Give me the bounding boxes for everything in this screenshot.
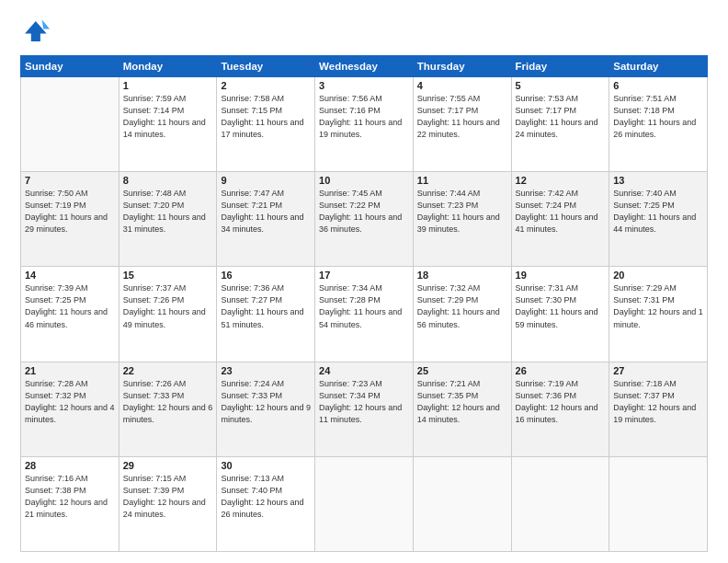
calendar-week-row: 1Sunrise: 7:59 AMSunset: 7:14 PMDaylight… — [21, 77, 708, 172]
calendar-cell: 20Sunrise: 7:29 AMSunset: 7:31 PMDayligh… — [609, 267, 708, 362]
day-number: 14 — [25, 270, 115, 281]
day-number: 29 — [123, 460, 213, 471]
calendar-cell: 13Sunrise: 7:40 AMSunset: 7:25 PMDayligh… — [609, 172, 708, 267]
day-number: 21 — [25, 365, 115, 376]
calendar-cell: 28Sunrise: 7:16 AMSunset: 7:38 PMDayligh… — [21, 456, 119, 551]
calendar-cell: 10Sunrise: 7:45 AMSunset: 7:22 PMDayligh… — [315, 172, 414, 267]
day-number: 17 — [319, 270, 409, 281]
calendar-cell: 27Sunrise: 7:18 AMSunset: 7:37 PMDayligh… — [609, 362, 708, 456]
col-header-tuesday: Tuesday — [217, 56, 315, 77]
calendar-cell: 4Sunrise: 7:55 AMSunset: 7:17 PMDaylight… — [413, 77, 511, 172]
day-info: Sunrise: 7:47 AMSunset: 7:21 PMDaylight:… — [221, 188, 311, 236]
day-number: 11 — [417, 175, 507, 186]
calendar-cell: 12Sunrise: 7:42 AMSunset: 7:24 PMDayligh… — [511, 172, 609, 267]
calendar-week-row: 7Sunrise: 7:50 AMSunset: 7:19 PMDaylight… — [21, 172, 708, 267]
day-info: Sunrise: 7:23 AMSunset: 7:34 PMDaylight:… — [319, 378, 409, 426]
calendar-cell: 5Sunrise: 7:53 AMSunset: 7:17 PMDaylight… — [511, 77, 609, 172]
calendar-cell: 9Sunrise: 7:47 AMSunset: 7:21 PMDaylight… — [217, 172, 315, 267]
day-number: 2 — [221, 80, 311, 91]
day-info: Sunrise: 7:42 AMSunset: 7:24 PMDaylight:… — [516, 188, 606, 236]
day-number: 15 — [123, 270, 213, 281]
day-number: 7 — [25, 175, 115, 186]
day-info: Sunrise: 7:59 AMSunset: 7:14 PMDaylight:… — [123, 93, 213, 141]
col-header-monday: Monday — [119, 56, 217, 77]
day-number: 25 — [417, 365, 507, 376]
calendar-week-row: 28Sunrise: 7:16 AMSunset: 7:38 PMDayligh… — [21, 456, 708, 551]
day-info: Sunrise: 7:15 AMSunset: 7:39 PMDaylight:… — [123, 473, 213, 521]
calendar-cell — [413, 456, 511, 551]
day-info: Sunrise: 7:16 AMSunset: 7:38 PMDaylight:… — [25, 473, 115, 521]
calendar-cell: 18Sunrise: 7:32 AMSunset: 7:29 PMDayligh… — [413, 267, 511, 362]
page: SundayMondayTuesdayWednesdayThursdayFrid… — [0, 0, 728, 563]
col-header-thursday: Thursday — [413, 56, 511, 77]
day-number: 23 — [221, 365, 311, 376]
calendar-cell: 16Sunrise: 7:36 AMSunset: 7:27 PMDayligh… — [217, 267, 315, 362]
day-info: Sunrise: 7:28 AMSunset: 7:32 PMDaylight:… — [25, 378, 115, 426]
day-number: 28 — [25, 460, 115, 471]
day-info: Sunrise: 7:36 AMSunset: 7:27 PMDaylight:… — [221, 282, 311, 330]
day-info: Sunrise: 7:45 AMSunset: 7:22 PMDaylight:… — [319, 188, 409, 236]
calendar-week-row: 14Sunrise: 7:39 AMSunset: 7:25 PMDayligh… — [21, 267, 708, 362]
calendar-cell: 30Sunrise: 7:13 AMSunset: 7:40 PMDayligh… — [217, 456, 315, 551]
calendar-cell: 7Sunrise: 7:50 AMSunset: 7:19 PMDaylight… — [21, 172, 119, 267]
day-number: 9 — [221, 175, 311, 186]
calendar-cell: 2Sunrise: 7:58 AMSunset: 7:15 PMDaylight… — [217, 77, 315, 172]
calendar-cell: 23Sunrise: 7:24 AMSunset: 7:33 PMDayligh… — [217, 362, 315, 456]
day-info: Sunrise: 7:31 AMSunset: 7:30 PMDaylight:… — [516, 282, 606, 330]
calendar-cell: 29Sunrise: 7:15 AMSunset: 7:39 PMDayligh… — [119, 456, 217, 551]
logo-icon — [20, 17, 50, 46]
day-info: Sunrise: 7:37 AMSunset: 7:26 PMDaylight:… — [123, 282, 213, 330]
day-info: Sunrise: 7:56 AMSunset: 7:16 PMDaylight:… — [319, 93, 409, 141]
day-info: Sunrise: 7:40 AMSunset: 7:25 PMDaylight:… — [613, 188, 703, 236]
day-info: Sunrise: 7:58 AMSunset: 7:15 PMDaylight:… — [221, 93, 311, 141]
calendar-cell — [21, 77, 119, 172]
calendar-cell: 1Sunrise: 7:59 AMSunset: 7:14 PMDaylight… — [119, 77, 217, 172]
day-number: 3 — [319, 80, 409, 91]
calendar-cell: 17Sunrise: 7:34 AMSunset: 7:28 PMDayligh… — [315, 267, 414, 362]
day-number: 8 — [123, 175, 213, 186]
day-number: 6 — [613, 80, 703, 91]
calendar-cell — [315, 456, 414, 551]
day-info: Sunrise: 7:19 AMSunset: 7:36 PMDaylight:… — [516, 378, 606, 426]
day-number: 30 — [221, 460, 311, 471]
day-number: 22 — [123, 365, 213, 376]
day-number: 18 — [417, 270, 507, 281]
calendar-cell: 6Sunrise: 7:51 AMSunset: 7:18 PMDaylight… — [609, 77, 708, 172]
day-info: Sunrise: 7:44 AMSunset: 7:23 PMDaylight:… — [417, 188, 507, 236]
day-info: Sunrise: 7:21 AMSunset: 7:35 PMDaylight:… — [417, 378, 507, 426]
day-info: Sunrise: 7:13 AMSunset: 7:40 PMDaylight:… — [221, 473, 311, 521]
logo — [20, 17, 53, 46]
col-header-friday: Friday — [511, 56, 609, 77]
day-info: Sunrise: 7:51 AMSunset: 7:18 PMDaylight:… — [613, 93, 703, 141]
day-info: Sunrise: 7:39 AMSunset: 7:25 PMDaylight:… — [25, 282, 115, 330]
day-info: Sunrise: 7:18 AMSunset: 7:37 PMDaylight:… — [613, 378, 703, 426]
day-info: Sunrise: 7:26 AMSunset: 7:33 PMDaylight:… — [123, 378, 213, 426]
day-number: 26 — [516, 365, 606, 376]
day-info: Sunrise: 7:34 AMSunset: 7:28 PMDaylight:… — [319, 282, 409, 330]
day-info: Sunrise: 7:53 AMSunset: 7:17 PMDaylight:… — [516, 93, 606, 141]
calendar-week-row: 21Sunrise: 7:28 AMSunset: 7:32 PMDayligh… — [21, 362, 708, 456]
day-info: Sunrise: 7:29 AMSunset: 7:31 PMDaylight:… — [613, 282, 703, 330]
calendar-cell: 14Sunrise: 7:39 AMSunset: 7:25 PMDayligh… — [21, 267, 119, 362]
calendar-cell: 11Sunrise: 7:44 AMSunset: 7:23 PMDayligh… — [413, 172, 511, 267]
day-number: 5 — [516, 80, 606, 91]
day-info: Sunrise: 7:50 AMSunset: 7:19 PMDaylight:… — [25, 188, 115, 236]
calendar-cell: 24Sunrise: 7:23 AMSunset: 7:34 PMDayligh… — [315, 362, 414, 456]
calendar-table: SundayMondayTuesdayWednesdayThursdayFrid… — [20, 55, 708, 552]
day-info: Sunrise: 7:55 AMSunset: 7:17 PMDaylight:… — [417, 93, 507, 141]
day-number: 1 — [123, 80, 213, 91]
day-info: Sunrise: 7:48 AMSunset: 7:20 PMDaylight:… — [123, 188, 213, 236]
col-header-wednesday: Wednesday — [315, 56, 414, 77]
calendar-cell: 8Sunrise: 7:48 AMSunset: 7:20 PMDaylight… — [119, 172, 217, 267]
day-number: 27 — [613, 365, 703, 376]
calendar-cell — [511, 456, 609, 551]
calendar-header-row: SundayMondayTuesdayWednesdayThursdayFrid… — [21, 56, 708, 77]
day-number: 16 — [221, 270, 311, 281]
day-number: 20 — [613, 270, 703, 281]
col-header-saturday: Saturday — [609, 56, 708, 77]
day-number: 19 — [516, 270, 606, 281]
day-info: Sunrise: 7:24 AMSunset: 7:33 PMDaylight:… — [221, 378, 311, 426]
calendar-cell: 3Sunrise: 7:56 AMSunset: 7:16 PMDaylight… — [315, 77, 414, 172]
col-header-sunday: Sunday — [21, 56, 119, 77]
calendar-cell: 25Sunrise: 7:21 AMSunset: 7:35 PMDayligh… — [413, 362, 511, 456]
